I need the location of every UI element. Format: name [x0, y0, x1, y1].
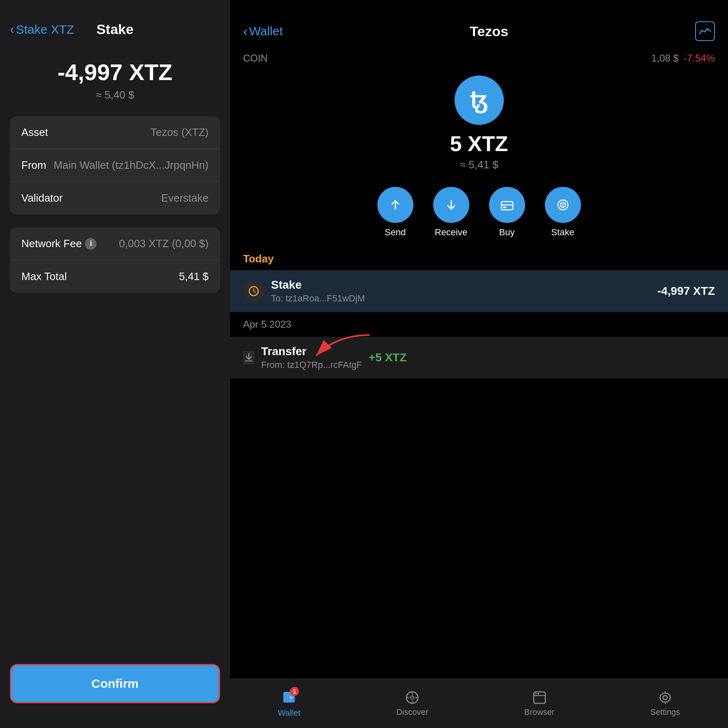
tab-discover[interactable]: Discover	[396, 690, 428, 717]
buy-icon	[499, 197, 515, 213]
transfer-tx-address: From: tz1Q7Rp...rcFAtgF	[261, 360, 362, 370]
stake-icon-circle	[545, 187, 581, 223]
buy-icon-circle	[489, 187, 525, 223]
tab-browser[interactable]: Browser	[524, 690, 554, 717]
svg-point-23	[535, 693, 537, 695]
coin-price-change: -7.54%	[684, 53, 715, 64]
network-fee-row: Network Fee i 0,003 XTZ (0,00 $)	[10, 227, 220, 260]
confirm-button[interactable]: Confirm	[10, 664, 220, 703]
back-label-left: Stake XTZ	[16, 23, 74, 37]
tab-bar: 1 Wallet Discover Browser	[230, 679, 728, 728]
buy-action-btn[interactable]: Buy	[489, 187, 525, 238]
receive-label: Receive	[435, 227, 467, 238]
tab-wallet[interactable]: 1 Wallet	[278, 689, 301, 718]
validator-value: Everstake	[161, 192, 209, 204]
discover-tab-label: Discover	[396, 707, 428, 717]
coin-icon-section: ꜩ 5 XTZ ≈ 5,41 $	[230, 67, 728, 187]
asset-label: Asset	[21, 126, 48, 139]
coin-usd: ≈ 5,41 $	[460, 158, 498, 171]
svg-text:ꜩ: ꜩ	[470, 87, 487, 113]
left-panel: ‹ Stake XTZ Stake -4,997 XTZ ≈ 5,40 $ As…	[0, 0, 230, 728]
chart-icon[interactable]	[695, 21, 715, 41]
clock-icon	[248, 285, 260, 297]
tezos-symbol-svg: ꜩ	[465, 86, 494, 115]
svg-line-11	[254, 291, 255, 292]
stake-tx-name: Stake	[271, 278, 651, 292]
svg-rect-5	[503, 207, 506, 208]
settings-icon	[658, 690, 673, 705]
coin-amount: 5 XTZ	[450, 131, 508, 156]
stake-tx-icon	[243, 280, 264, 302]
right-header: ‹ Wallet Tezos	[230, 0, 728, 49]
back-button-right[interactable]: ‹ Wallet	[243, 24, 283, 39]
fee-card: Network Fee i 0,003 XTZ (0,00 $) Max Tot…	[10, 227, 220, 293]
chart-svg	[699, 27, 711, 35]
transfer-tx-details: Transfer From: tz1Q7Rp...rcFAtgF	[261, 345, 362, 370]
browser-tab-label: Browser	[524, 707, 554, 717]
coin-label: COIN	[243, 53, 268, 64]
action-buttons: Send Receive Buy	[230, 187, 728, 248]
validator-row: Validator Everstake	[10, 182, 220, 214]
network-fee-label: Network Fee	[21, 237, 82, 250]
max-total-value: 5,41 $	[179, 270, 209, 283]
back-button-left[interactable]: ‹ Stake XTZ	[10, 22, 74, 37]
from-value: Main Wallet (tz1hDcX...JrpqnHn)	[53, 159, 209, 172]
sub-amount: ≈ 5,40 $	[10, 89, 220, 101]
download-icon	[243, 351, 255, 363]
stake-transaction-item[interactable]: Stake To: tz1aRoa...F51wDjM -4,997 XTZ	[230, 270, 728, 312]
info-card: Asset Tezos (XTZ) From Main Wallet (tz1h…	[10, 116, 220, 214]
svg-point-25	[663, 696, 667, 700]
stake-label: Stake	[551, 227, 574, 238]
date-divider-text: Apr 5 2023	[243, 319, 291, 330]
receive-icon-circle	[433, 187, 469, 223]
tab-settings[interactable]: Settings	[650, 690, 680, 717]
coin-header: COIN 1,08 $ -7.54%	[230, 49, 728, 67]
date-divider: Apr 5 2023	[230, 312, 728, 337]
network-fee-value: 0,003 XTZ (0,00 $)	[119, 237, 209, 250]
receive-action-btn[interactable]: Receive	[433, 187, 469, 238]
receive-icon	[443, 197, 459, 213]
transfer-tx-name: Transfer	[261, 345, 362, 358]
wallet-badge: 1	[290, 687, 299, 696]
send-label: Send	[385, 227, 406, 238]
today-label: Today	[243, 253, 274, 265]
info-icon[interactable]: i	[85, 238, 96, 250]
today-section-header: Today	[230, 248, 728, 270]
stake-tx-address: To: tz1aRoa...F51wDjM	[271, 293, 651, 304]
chevron-left-icon: ‹	[10, 22, 14, 37]
chevron-left-icon-right: ‹	[243, 24, 248, 39]
transfer-transaction-item[interactable]: Transfer From: tz1Q7Rp...rcFAtgF +5 XTZ	[230, 337, 728, 379]
confirm-btn-container: Confirm	[10, 664, 220, 703]
stake-action-btn[interactable]: Stake	[545, 187, 581, 238]
right-page-title: Tezos	[470, 23, 508, 39]
right-panel: ‹ Wallet Tezos COIN 1,08 $ -7.54% ꜩ 5 XT…	[230, 0, 728, 728]
stake-tx-amount: -4,997 XTZ	[657, 285, 715, 298]
info-symbol: i	[90, 239, 92, 248]
buy-label: Buy	[499, 227, 515, 238]
stake-tx-details: Stake To: tz1aRoa...F51wDjM	[271, 278, 651, 304]
settings-tab-label: Settings	[650, 707, 680, 717]
send-icon	[387, 197, 404, 213]
asset-value: Tezos (XTZ)	[150, 126, 209, 139]
max-total-label: Max Total	[21, 270, 67, 283]
right-content: Today Stake To: tz1aRoa...F51wDjM -4,997…	[230, 248, 728, 728]
coin-price: 1,08 $ -7.54%	[651, 53, 715, 64]
transfer-tx-icon	[243, 351, 255, 364]
svg-point-24	[537, 693, 539, 695]
wallet-icon-container: 1	[282, 689, 296, 706]
validator-label: Validator	[21, 192, 63, 204]
from-row: From Main Wallet (tz1hDcX...JrpqnHn)	[10, 149, 220, 182]
browser-icon	[532, 690, 547, 705]
send-action-btn[interactable]: Send	[377, 187, 413, 238]
asset-row: Asset Tezos (XTZ)	[10, 116, 220, 149]
svg-rect-3	[501, 202, 513, 210]
fee-label-group: Network Fee i	[21, 237, 96, 250]
tezos-logo: ꜩ	[455, 76, 504, 125]
coin-price-value: 1,08 $	[651, 53, 679, 64]
from-label: From	[21, 159, 46, 172]
transfer-tx-amount: +5 XTZ	[369, 351, 407, 364]
left-header: ‹ Stake XTZ Stake	[0, 0, 230, 46]
amount-section: -4,997 XTZ ≈ 5,40 $	[0, 46, 230, 110]
max-total-row: Max Total 5,41 $	[10, 260, 220, 293]
stake-icon	[555, 197, 571, 213]
